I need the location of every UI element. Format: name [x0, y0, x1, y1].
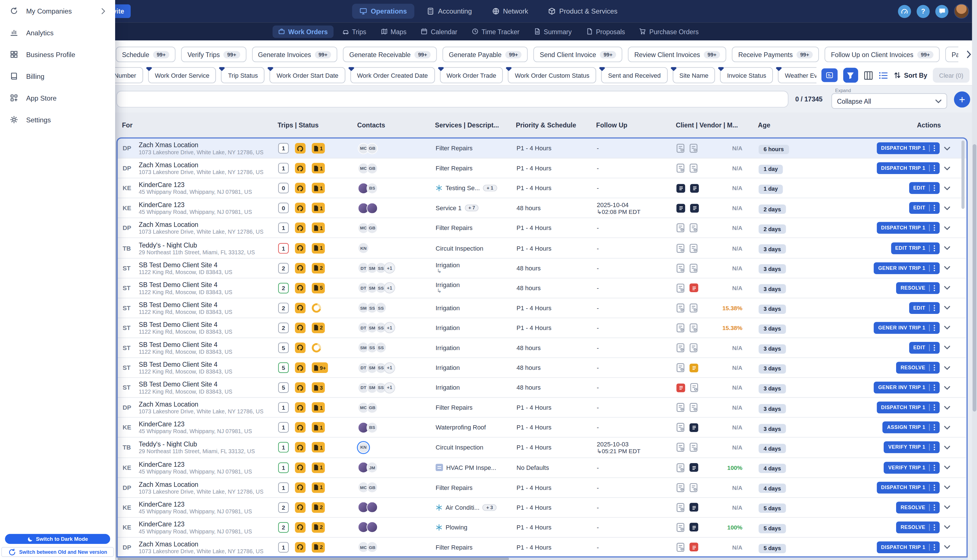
- contact-avatar[interactable]: KN: [358, 442, 369, 453]
- site-name[interactable]: KinderCare 123: [139, 181, 252, 188]
- client-invoice-icon[interactable]: [676, 343, 684, 352]
- contacts-overflow-badge[interactable]: +1: [384, 282, 395, 293]
- table-row[interactable]: DP Zach Xmas Location 1073 Lakeshore Dri…: [118, 398, 967, 418]
- list-view-icon[interactable]: [878, 71, 888, 80]
- row-action-button[interactable]: VERIFY TRIP 1: [884, 442, 940, 453]
- site-name[interactable]: Zach Xmas Location: [139, 141, 264, 148]
- vendor-invoice-icon[interactable]: [689, 243, 698, 253]
- site-name[interactable]: Zach Xmas Location: [139, 480, 264, 488]
- row-action-button[interactable]: GENER INV TRIP 1: [874, 262, 940, 274]
- row-expand-chevron-icon[interactable]: [944, 525, 950, 529]
- action-chip-generate-invoices[interactable]: Generate Invoices99+: [252, 47, 338, 62]
- vendor-invoice-icon[interactable]: [689, 343, 698, 352]
- contact-avatar[interactable]: GB: [366, 542, 378, 553]
- trip-status-icon[interactable]: [295, 323, 306, 333]
- table-row[interactable]: ST SB Test Demo Client Site 4 1122 King …: [118, 318, 967, 338]
- kebab-menu-icon[interactable]: [934, 464, 935, 471]
- work-order-docs-badge[interactable]: 2: [312, 323, 325, 333]
- trips-count-badge[interactable]: 1: [278, 143, 288, 153]
- row-expand-chevron-icon[interactable]: [944, 406, 950, 409]
- work-order-docs-badge[interactable]: 2: [312, 263, 325, 273]
- work-order-docs-badge[interactable]: 1: [312, 482, 325, 492]
- main-tab-operations[interactable]: Operations: [352, 4, 414, 18]
- site-name[interactable]: KinderCare 123: [139, 460, 252, 468]
- work-order-docs-badge[interactable]: 2: [312, 542, 325, 552]
- trip-status-icon[interactable]: [295, 183, 306, 193]
- row-expand-chevron-icon[interactable]: [944, 186, 950, 190]
- trips-count-badge[interactable]: 5: [278, 363, 288, 373]
- filter-chip-site-name[interactable]: Site Name: [673, 67, 715, 83]
- column-header-trips-status[interactable]: Trips | Status: [278, 121, 357, 128]
- row-action-button[interactable]: ASSIGN TRIP 1: [883, 422, 940, 433]
- filter-chip-work-order-created-date[interactable]: Work Order Created Date: [350, 67, 435, 83]
- site-name[interactable]: SB Test Demo Client Site 4: [139, 360, 233, 368]
- kebab-menu-icon[interactable]: [934, 225, 935, 232]
- contact-avatar[interactable]: GB: [366, 222, 378, 234]
- site-name[interactable]: KinderCare 123: [139, 201, 252, 208]
- client-invoice-icon[interactable]: [676, 363, 684, 372]
- site-name[interactable]: SB Test Demo Client Site 4: [139, 341, 233, 348]
- vendor-invoice-icon[interactable]: [689, 423, 698, 432]
- action-chip-verify-trips[interactable]: Verify Trips99+: [181, 47, 246, 62]
- trip-status-icon[interactable]: [295, 203, 306, 213]
- row-expand-chevron-icon[interactable]: [944, 246, 950, 250]
- trip-status-icon[interactable]: [295, 402, 306, 413]
- row-action-button[interactable]: DISPATCH TRIP 1: [877, 222, 940, 234]
- trip-status-icon[interactable]: [295, 502, 306, 513]
- row-expand-chevron-icon[interactable]: [944, 147, 950, 150]
- client-invoice-icon[interactable]: [676, 443, 684, 452]
- kebab-menu-icon[interactable]: [934, 344, 935, 351]
- filter-chip-work-order-custom-status[interactable]: Work Order Custom Status: [508, 67, 596, 83]
- table-row[interactable]: DP Zach Xmas Location 1073 Lakeshore Dri…: [118, 218, 967, 238]
- column-header-age[interactable]: Age: [758, 121, 844, 128]
- trip-status-icon[interactable]: [295, 422, 306, 433]
- sort-by-button[interactable]: Sort By: [893, 72, 927, 79]
- services-overflow-badge[interactable]: + 3: [483, 504, 497, 511]
- action-chip-generate-receivable[interactable]: Generate Receivable99+: [343, 47, 437, 62]
- contact-avatar[interactable]: KN: [358, 242, 369, 254]
- row-expand-chevron-icon[interactable]: [944, 486, 950, 489]
- trips-count-badge[interactable]: 5: [278, 382, 288, 393]
- gauge-icon[interactable]: [898, 5, 911, 18]
- work-order-docs-badge[interactable]: 1: [312, 422, 325, 433]
- client-invoice-icon[interactable]: [676, 143, 684, 153]
- site-name[interactable]: SB Test Demo Client Site 4: [139, 301, 233, 308]
- table-row[interactable]: KE KinderCare 123 45 Whippany Road, Whip…: [118, 418, 967, 438]
- kebab-menu-icon[interactable]: [934, 424, 935, 431]
- work-order-docs-badge[interactable]: 1: [312, 223, 325, 233]
- action-chip-send-client-invoice[interactable]: Send Client Invoice99+: [534, 47, 622, 62]
- work-order-docs-badge[interactable]: 3: [312, 382, 325, 393]
- table-row[interactable]: ST SB Test Demo Client Site 4 1122 King …: [118, 378, 967, 398]
- column-header-priority-schedule[interactable]: Priority & Schedule: [516, 121, 596, 128]
- action-chip-follow-up-on-client-invoices[interactable]: Follow Up on Client Invoices99+: [825, 47, 940, 62]
- row-expand-chevron-icon[interactable]: [944, 326, 950, 330]
- main-tab-network[interactable]: Network: [484, 4, 535, 18]
- row-expand-chevron-icon[interactable]: [944, 306, 950, 310]
- trip-status-icon[interactable]: [295, 303, 306, 313]
- row-action-button[interactable]: VERIFY TRIP 1: [884, 462, 940, 473]
- row-expand-chevron-icon[interactable]: [944, 346, 950, 350]
- filter-chip-invoice-status[interactable]: Invoice Status: [720, 67, 773, 83]
- row-expand-chevron-icon[interactable]: [944, 226, 950, 230]
- trips-count-badge[interactable]: 1: [278, 542, 288, 552]
- trip-status-icon[interactable]: [295, 522, 306, 533]
- sub-tab-maps[interactable]: Maps: [375, 25, 412, 38]
- row-expand-chevron-icon[interactable]: [944, 366, 950, 370]
- work-order-docs-badge[interactable]: 1: [312, 143, 325, 153]
- client-invoice-icon[interactable]: [676, 423, 684, 432]
- filter-chip-trip-status[interactable]: Trip Status: [221, 67, 265, 83]
- version-toggle[interactable]: Switch between Old and New version: [1, 547, 114, 557]
- site-name[interactable]: SB Test Demo Client Site 4: [139, 381, 233, 388]
- kebab-menu-icon[interactable]: [934, 404, 935, 411]
- contacts-overflow-badge[interactable]: +1: [384, 262, 395, 274]
- kebab-menu-icon[interactable]: [934, 524, 935, 531]
- vendor-invoice-icon[interactable]: [689, 284, 698, 292]
- kebab-menu-icon[interactable]: [934, 324, 935, 331]
- row-action-button[interactable]: EDIT: [909, 202, 940, 214]
- trip-status-icon[interactable]: [295, 163, 306, 173]
- kebab-menu-icon[interactable]: [934, 285, 935, 291]
- trip-status-icon[interactable]: [295, 363, 306, 373]
- vendor-invoice-icon[interactable]: [689, 503, 698, 512]
- site-name[interactable]: Zach Xmas Location: [139, 161, 264, 168]
- row-action-button[interactable]: DISPATCH TRIP 1: [877, 482, 940, 493]
